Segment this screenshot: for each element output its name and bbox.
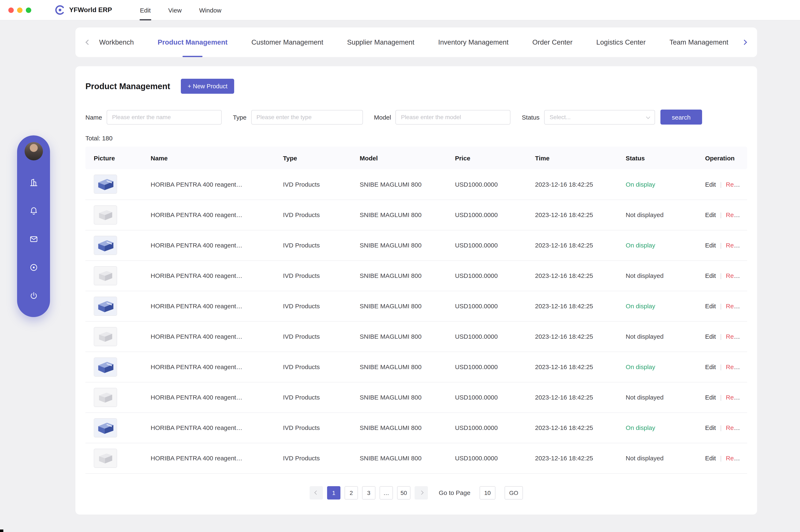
- edit-link[interactable]: Edit: [705, 181, 716, 188]
- model-filter-input[interactable]: [396, 110, 511, 125]
- product-thumbnail[interactable]: [94, 388, 117, 407]
- status-select[interactable]: Select...: [544, 110, 655, 125]
- cell-model: SNIBE MAGLUMI 800: [355, 169, 450, 200]
- go-to-page-input[interactable]: [480, 486, 495, 499]
- product-thumbnail[interactable]: [94, 357, 117, 376]
- status-text: Not displayed: [626, 455, 664, 461]
- cell-price: USD1000.0000: [450, 352, 530, 382]
- tab-logistics-center[interactable]: Logistics Center: [596, 27, 646, 57]
- edit-link[interactable]: Edit: [705, 394, 716, 401]
- cell-operation: Edit|Remove: [700, 169, 747, 200]
- product-thumbnail[interactable]: [94, 297, 117, 316]
- edit-link[interactable]: Edit: [705, 302, 716, 309]
- name-filter-input[interactable]: [107, 110, 222, 125]
- edit-link[interactable]: Edit: [705, 424, 716, 431]
- cell-status: Not displayed: [621, 443, 700, 473]
- tabs-scroll-left-button[interactable]: [86, 40, 90, 44]
- company-building-icon[interactable]: [29, 178, 38, 187]
- pagination-prev-button[interactable]: [309, 486, 323, 499]
- tab-workbench[interactable]: Workbench: [99, 27, 134, 57]
- user-avatar[interactable]: [24, 142, 43, 160]
- cell-picture: [85, 352, 146, 382]
- remove-link[interactable]: Remove: [726, 302, 747, 309]
- product-thumbnail[interactable]: [94, 235, 117, 255]
- page-2[interactable]: 2: [345, 486, 358, 499]
- chevron-left-icon: [314, 491, 318, 495]
- tab-supplier-management[interactable]: Supplier Management: [347, 27, 414, 57]
- remove-link[interactable]: Remove: [726, 242, 747, 249]
- type-filter-label: Type: [233, 114, 246, 120]
- tab-customer-management[interactable]: Customer Management: [251, 27, 323, 57]
- new-product-button[interactable]: + New Product: [181, 79, 234, 94]
- go-button[interactable]: GO: [504, 486, 523, 499]
- mail-icon[interactable]: [29, 234, 38, 244]
- power-icon[interactable]: [29, 291, 38, 300]
- menu-window[interactable]: Window: [190, 0, 230, 20]
- edit-link[interactable]: Edit: [705, 242, 716, 249]
- page-3[interactable]: 3: [362, 486, 376, 499]
- status-text: Not displayed: [626, 394, 664, 401]
- cell-operation: Edit|Remove: [700, 352, 747, 382]
- remove-link[interactable]: Remove: [726, 394, 747, 401]
- cell-status: Not displayed: [621, 382, 700, 413]
- cell-model: SNIBE MAGLUMI 800: [355, 200, 450, 230]
- edit-link[interactable]: Edit: [705, 455, 716, 461]
- table-header-row: PictureNameTypeModelPriceTimeStatusOpera…: [85, 147, 747, 169]
- menu-edit[interactable]: Edit: [131, 0, 159, 20]
- page-ellipsis[interactable]: …: [380, 486, 393, 499]
- operation-divider: |: [720, 181, 722, 188]
- tabs-scroll-right-button[interactable]: [743, 40, 746, 44]
- menu-view[interactable]: View: [159, 0, 190, 20]
- remove-link[interactable]: Remove: [726, 272, 747, 279]
- tab-product-management[interactable]: Product Management: [158, 27, 228, 57]
- type-filter-input[interactable]: [251, 110, 363, 125]
- cell-price: USD1000.0000: [450, 260, 530, 291]
- tab-inventory-management[interactable]: Inventory Management: [438, 27, 509, 57]
- edit-link[interactable]: Edit: [705, 333, 716, 340]
- zoom-window-button[interactable]: [26, 7, 31, 13]
- table-row: HORIBA PENTRA 400 reagent…IVD ProductsSN…: [85, 382, 747, 413]
- edit-link[interactable]: Edit: [705, 272, 716, 279]
- cell-type: IVD Products: [278, 352, 355, 382]
- page-header: Product Management + New Product: [85, 79, 747, 94]
- operation-divider: |: [720, 424, 722, 431]
- remove-link[interactable]: Remove: [726, 181, 747, 188]
- operation-divider: |: [720, 272, 722, 279]
- column-header-operation: Operation: [700, 147, 747, 169]
- product-thumbnail[interactable]: [94, 418, 117, 437]
- settings-icon[interactable]: [29, 263, 38, 272]
- cell-price: USD1000.0000: [450, 200, 530, 230]
- product-thumbnail[interactable]: [94, 266, 117, 285]
- product-thumbnail[interactable]: [94, 175, 117, 194]
- search-button[interactable]: search: [661, 110, 702, 125]
- cell-picture: [85, 260, 146, 291]
- product-thumbnail[interactable]: [94, 327, 117, 346]
- bell-icon[interactable]: [29, 206, 38, 215]
- product-thumbnail[interactable]: [94, 205, 117, 224]
- pagination-next-button[interactable]: [415, 486, 428, 499]
- cell-model: SNIBE MAGLUMI 800: [355, 291, 450, 321]
- remove-link[interactable]: Remove: [726, 363, 747, 370]
- menu-bar: EditViewWindow: [131, 0, 230, 20]
- remove-link[interactable]: Remove: [726, 424, 747, 431]
- edit-link[interactable]: Edit: [705, 211, 716, 218]
- remove-link[interactable]: Remove: [726, 333, 747, 340]
- cell-time: 2023-12-16 18:42:25: [530, 443, 621, 473]
- cell-name: HORIBA PENTRA 400 reagent…: [146, 169, 278, 200]
- column-header-model: Model: [355, 147, 450, 169]
- page-current[interactable]: 1: [327, 486, 340, 499]
- cell-time: 2023-12-16 18:42:25: [530, 413, 621, 443]
- tab-order-center[interactable]: Order Center: [532, 27, 572, 57]
- table-row: HORIBA PENTRA 400 reagent…IVD ProductsSN…: [85, 413, 747, 443]
- cell-status: Not displayed: [621, 200, 700, 230]
- active-tab-underline: [183, 56, 203, 57]
- remove-link[interactable]: Remove: [726, 211, 747, 218]
- page-50[interactable]: 50: [397, 486, 411, 499]
- tab-team-management[interactable]: Team Management: [669, 27, 728, 57]
- minimize-window-button[interactable]: [17, 7, 22, 13]
- product-thumbnail[interactable]: [94, 449, 117, 468]
- close-window-button[interactable]: [8, 7, 14, 13]
- edit-link[interactable]: Edit: [705, 363, 716, 370]
- cell-status: On display: [621, 413, 700, 443]
- remove-link[interactable]: Remove: [726, 455, 747, 461]
